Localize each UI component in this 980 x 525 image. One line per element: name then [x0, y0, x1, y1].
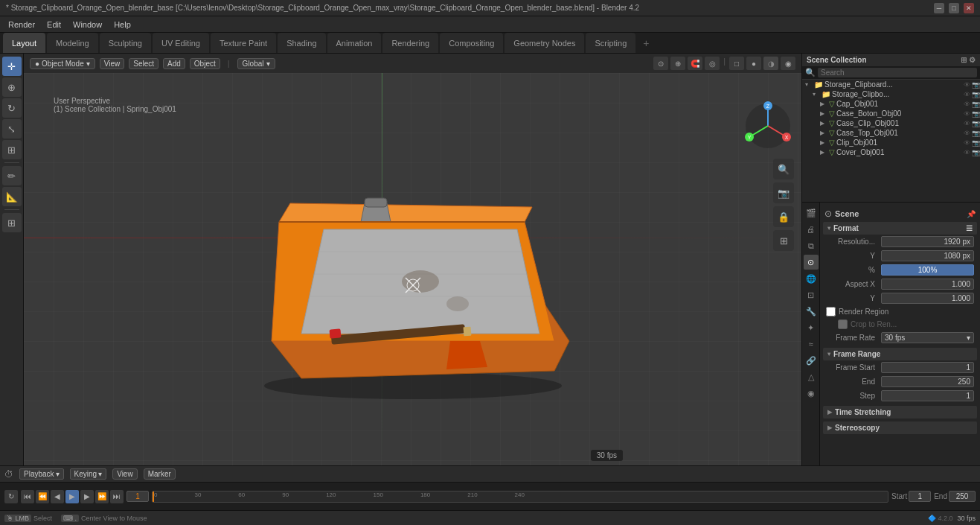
render-icon-3[interactable]: 📷 — [972, 101, 980, 108]
tab-scripting[interactable]: Scripting — [586, 33, 635, 53]
render-region-checkbox[interactable]: Render Region — [823, 305, 977, 318]
outliner-settings-icon[interactable]: ⚙ — [969, 56, 976, 64]
format-menu-icon[interactable]: ☰ — [966, 224, 973, 232]
proportional-edit-button[interactable]: ◎ — [705, 57, 720, 70]
menu-edit[interactable]: Edit — [42, 19, 66, 31]
timeline-playhead[interactable] — [153, 491, 154, 502]
select-menu[interactable]: Select — [129, 58, 158, 69]
tab-compositing[interactable]: Compositing — [440, 33, 503, 53]
tree-item-scene-collection[interactable]: ▾ 📁 Storage_Clipboard... 👁 📷 — [802, 80, 980, 89]
viewport[interactable]: ● Object Mode ▾ View Select Add Object |… — [24, 54, 801, 465]
render-icon-7[interactable]: 📷 — [972, 139, 980, 147]
play-button[interactable]: ▶ — [65, 490, 79, 503]
frame-rate-dropdown[interactable]: 30 fps ▾ — [881, 332, 974, 343]
outliner-search-bar[interactable]: 🔍 — [802, 66, 980, 80]
object-mode-dropdown[interactable]: ● Object Mode ▾ — [30, 58, 95, 69]
add-object-button[interactable]: ⊞ — [2, 213, 22, 232]
transform-tool-button[interactable]: ⊞ — [2, 140, 22, 159]
visibility-icon-8[interactable]: 👁 — [964, 149, 970, 156]
shading-rendered-button[interactable]: ◉ — [781, 57, 795, 70]
outliner-search-input[interactable] — [818, 68, 977, 77]
tab-sculpting[interactable]: Sculpting — [100, 33, 151, 53]
visibility-icon-3[interactable]: 👁 — [964, 101, 970, 108]
render-region-check[interactable] — [826, 307, 836, 316]
tab-rendering[interactable]: Rendering — [382, 33, 438, 53]
aspect-x-input[interactable]: 1.000 — [881, 279, 974, 290]
resolution-pct-input[interactable]: 100% — [881, 264, 974, 276]
prop-physics-icon[interactable]: ≈ — [804, 337, 819, 351]
tree-item-case-top[interactable]: ▶ ▽ Case_Top_Obj001 👁 📷 — [802, 128, 980, 138]
tree-item-case-boton[interactable]: ▶ ▽ Case_Boton_Obj00 👁 📷 — [802, 109, 980, 118]
render-icon-4[interactable]: 📷 — [972, 110, 980, 118]
shading-material-button[interactable]: ◑ — [763, 57, 778, 70]
current-frame-display[interactable]: 1 — [126, 491, 149, 502]
tab-shading[interactable]: Shading — [278, 33, 325, 53]
navigation-gizmo[interactable]: Z X Y — [742, 100, 794, 152]
prev-frame-button[interactable]: ◀ — [51, 490, 64, 503]
resolution-y-input[interactable]: 1080 px — [881, 250, 974, 261]
object-menu[interactable]: Object — [190, 58, 220, 69]
visibility-icon-2[interactable]: 👁 — [964, 91, 970, 98]
outliner-filter-icon[interactable]: ⊞ — [961, 56, 967, 64]
transform-dropdown[interactable]: Global ▾ — [237, 58, 275, 69]
tab-texture-paint[interactable]: Texture Paint — [211, 33, 276, 53]
annotate-tool-button[interactable]: ✏ — [2, 166, 22, 185]
prop-view-layer-icon[interactable]: ⧉ — [804, 238, 819, 253]
timeline-marker-menu[interactable]: Marker — [144, 468, 176, 480]
render-icon-2[interactable]: 📷 — [972, 91, 980, 98]
pin-icon[interactable]: 📌 — [967, 210, 976, 218]
tree-item-clip[interactable]: ▶ ▽ Clip_Obj001 👁 📷 — [802, 138, 980, 147]
jump-start-button[interactable]: ⏮ — [21, 490, 34, 503]
scale-tool-button[interactable]: ⤡ — [2, 119, 22, 139]
move-tool-button[interactable]: ⊕ — [2, 77, 22, 97]
resolution-x-input[interactable]: 1920 px — [881, 236, 974, 247]
add-workspace-button[interactable]: + — [637, 33, 655, 53]
menu-window[interactable]: Window — [68, 19, 107, 31]
measure-tool-button[interactable]: 📐 — [2, 187, 22, 206]
prop-output-icon[interactable]: 🖨 — [804, 222, 819, 237]
timeline-view-menu[interactable]: View — [112, 468, 138, 480]
lock-button[interactable]: 🔒 — [773, 206, 794, 227]
prop-constraints-icon[interactable]: 🔗 — [804, 353, 819, 368]
prop-render-icon[interactable]: 🎬 — [804, 206, 819, 220]
prev-keyframe-button[interactable]: ⏪ — [36, 490, 49, 503]
aspect-y-input[interactable]: 1.000 — [881, 293, 974, 304]
timeline-track[interactable]: 0 30 60 90 120 150 180 210 240 — [152, 491, 888, 503]
crop-checkbox[interactable]: Crop to Ren... — [823, 318, 977, 331]
tree-item-case-clip[interactable]: ▶ ▽ Case_Clip_Obj001 👁 📷 — [802, 118, 980, 128]
collection-vis-button[interactable]: ⊞ — [773, 230, 794, 251]
tree-item-cover[interactable]: ▶ ▽ Cover_Obj001 👁 📷 — [802, 147, 980, 157]
menu-help[interactable]: Help — [109, 19, 136, 31]
visibility-icon-5[interactable]: 👁 — [964, 120, 970, 127]
shading-solid-button[interactable]: ● — [746, 57, 761, 70]
timeline-loop-button[interactable]: ↻ — [4, 490, 18, 503]
tab-uv-editing[interactable]: UV Editing — [153, 33, 209, 53]
prop-world-icon[interactable]: 🌐 — [804, 271, 819, 286]
shading-wireframe-button[interactable]: □ — [729, 57, 744, 70]
viewport-overlay-button[interactable]: ⊙ — [653, 57, 668, 70]
frame-step-input[interactable]: 1 — [881, 390, 974, 401]
time-stretching-header[interactable]: ▶ Time Stretching — [823, 406, 977, 419]
render-icon-6[interactable]: 📷 — [972, 130, 980, 137]
start-value[interactable]: 1 — [909, 491, 931, 502]
render-icon-5[interactable]: 📷 — [972, 120, 980, 127]
stereoscopy-header[interactable]: ▶ Stereoscopy — [823, 421, 977, 434]
camera-button[interactable]: 📷 — [773, 182, 794, 203]
viewport-canvas[interactable]: User Perspective (1) Scene Collection | … — [24, 73, 801, 465]
end-value[interactable]: 250 — [949, 491, 976, 502]
keying-dropdown[interactable]: Keying ▾ — [70, 468, 107, 480]
tab-layout[interactable]: Layout — [3, 33, 45, 53]
prop-object-data-icon[interactable]: △ — [804, 369, 819, 384]
frame-range-header[interactable]: ▾ Frame Range — [823, 348, 977, 360]
format-section-header[interactable]: ▾ Format ☰ — [823, 222, 977, 235]
tab-modeling[interactable]: Modeling — [47, 33, 98, 53]
close-button[interactable]: ✕ — [964, 3, 974, 13]
frame-start-input[interactable]: 1 — [881, 362, 974, 373]
tree-item-cap[interactable]: ▶ ▽ Cap_Obj001 👁 📷 — [802, 99, 980, 109]
tab-animation[interactable]: Animation — [327, 33, 382, 53]
maximize-button[interactable]: □ — [949, 3, 959, 13]
visibility-icon-4[interactable]: 👁 — [964, 110, 970, 118]
zoom-in-button[interactable]: 🔍 — [773, 159, 794, 179]
prop-particles-icon[interactable]: ✦ — [804, 320, 819, 335]
prop-material-icon[interactable]: ◉ — [804, 386, 819, 401]
